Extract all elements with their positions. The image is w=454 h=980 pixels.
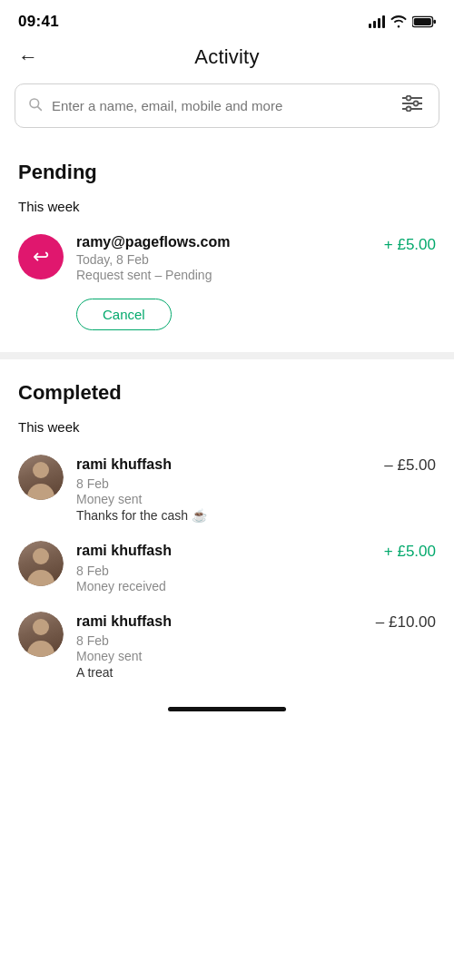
completed-tx-date-2: 8 Feb (76, 564, 371, 578)
pending-tx-details: ramy@pageflows.com Today, 8 Feb Request … (76, 234, 371, 282)
search-bar (15, 83, 439, 128)
pending-tx-status: Request sent – Pending (76, 268, 371, 282)
status-bar: 09:41 (0, 0, 454, 38)
completed-section: Completed This week rami khuffash 8 Feb … (0, 367, 454, 689)
completed-tx-date-1: 8 Feb (76, 476, 371, 491)
completed-tx-row-1: rami khuffash 8 Feb Money sent Thanks fo… (0, 446, 454, 532)
pending-transaction-row: ↩ ramy@pageflows.com Today, 8 Feb Reques… (0, 225, 454, 291)
cancel-button-wrap: Cancel (0, 291, 454, 345)
pending-week-label: This week (0, 191, 454, 225)
status-icons (369, 15, 436, 28)
battery-icon (412, 15, 436, 28)
filter-button[interactable] (399, 93, 426, 118)
completed-tx-note-1: Thanks for the cash ☕ (76, 508, 371, 523)
completed-week-label: This week (0, 412, 454, 446)
cancel-button[interactable]: Cancel (76, 299, 172, 330)
pending-tx-email: ramy@pageflows.com (76, 234, 371, 250)
section-divider (0, 352, 454, 359)
svg-point-6 (407, 96, 411, 101)
header: ← Activity (0, 38, 454, 83)
signal-icon (369, 15, 385, 28)
pending-label: Pending (0, 146, 454, 191)
search-icon (28, 97, 43, 115)
completed-tx-name-2: rami khuffash (76, 541, 371, 561)
back-button[interactable]: ← (18, 45, 38, 69)
completed-tx-status-2: Money received (76, 579, 371, 593)
svg-rect-2 (414, 18, 431, 25)
completed-tx-date-3: 8 Feb (76, 633, 363, 648)
completed-tx-details-2: rami khuffash 8 Feb Money received (76, 541, 371, 593)
pending-section: Pending This week ↩ ramy@pageflows.com T… (0, 146, 454, 345)
completed-label: Completed (0, 367, 454, 412)
completed-tx-row-3: rami khuffash 8 Feb Money sent A treat –… (0, 603, 454, 689)
completed-avatar-3 (18, 612, 64, 657)
completed-tx-status-3: Money sent (76, 649, 363, 663)
completed-tx-status-1: Money sent (76, 492, 371, 506)
home-indicator (0, 689, 454, 720)
svg-rect-1 (433, 20, 436, 24)
completed-tx-name-3: rami khuffash (76, 612, 363, 632)
completed-tx-row-2: rami khuffash 8 Feb Money received + £5.… (0, 532, 454, 602)
completed-tx-details-3: rami khuffash 8 Feb Money sent A treat (76, 612, 363, 680)
pending-tx-date: Today, 8 Feb (76, 252, 371, 267)
pending-avatar: ↩ (18, 234, 64, 279)
completed-tx-note-3: A treat (76, 665, 363, 680)
search-input[interactable] (52, 98, 399, 113)
completed-tx-amount-3: – £10.00 (376, 612, 436, 632)
completed-avatar-1 (18, 455, 64, 500)
status-time: 09:41 (18, 13, 59, 31)
wifi-icon (390, 15, 407, 28)
completed-tx-amount-1: – £5.00 (384, 455, 436, 475)
completed-avatar-2 (18, 541, 64, 586)
svg-line-4 (38, 106, 42, 110)
completed-tx-name-1: rami khuffash (76, 455, 371, 475)
completed-tx-amount-2: + £5.00 (384, 541, 436, 561)
home-bar (168, 707, 286, 711)
svg-point-10 (407, 107, 411, 112)
pending-avatar-icon: ↩ (33, 245, 49, 269)
pending-tx-amount: + £5.00 (384, 234, 436, 254)
page-title: Activity (194, 45, 259, 69)
completed-tx-details-1: rami khuffash 8 Feb Money sent Thanks fo… (76, 455, 371, 523)
svg-point-8 (414, 102, 419, 106)
